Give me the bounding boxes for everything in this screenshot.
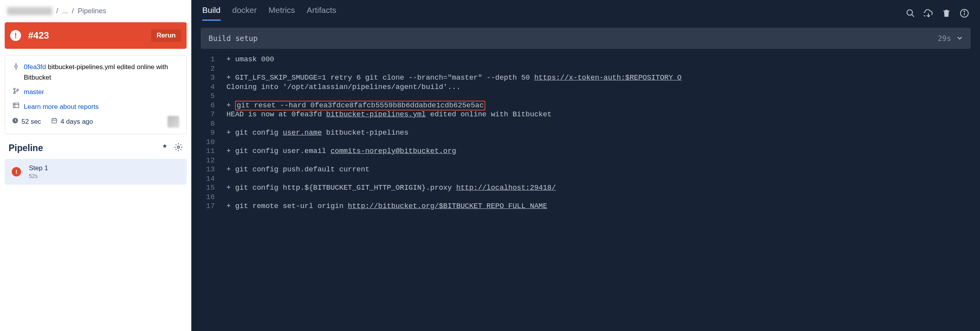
log-line: 10 bbox=[191, 138, 980, 147]
stage-name: Build setup bbox=[208, 34, 258, 43]
step-duration: 52s bbox=[29, 173, 48, 179]
log-line: 9+ git config user.name bitbucket-pipeli… bbox=[191, 128, 980, 138]
log-line: 1+ umask 000 bbox=[191, 55, 980, 64]
step-name: Step 1 bbox=[29, 164, 48, 172]
tab-artifacts[interactable]: Artifacts bbox=[306, 5, 336, 21]
branch-link[interactable]: master bbox=[24, 87, 44, 97]
log-tabs: BuilddockerMetricsArtifacts bbox=[202, 5, 336, 21]
log-line: 3+ GIT_LFS_SKIP_SMUDGE=1 retry 6 git clo… bbox=[191, 73, 980, 83]
breadcrumb-ellipsis[interactable]: ... bbox=[62, 7, 68, 15]
error-icon: ! bbox=[10, 30, 21, 41]
log-line: 12 bbox=[191, 156, 980, 166]
stage-header[interactable]: Build setup 29s bbox=[201, 28, 971, 49]
clock-icon bbox=[12, 116, 18, 127]
log-line: 7HEAD is now at 0fea3fd bitbucket-pipeli… bbox=[191, 110, 980, 119]
rerun-button[interactable]: Rerun bbox=[151, 29, 181, 42]
svg-point-3 bbox=[14, 88, 15, 90]
trash-icon[interactable] bbox=[942, 9, 951, 18]
breadcrumb: repo / ... / Pipelines bbox=[5, 3, 187, 22]
tab-build[interactable]: Build bbox=[202, 5, 221, 21]
when-text: 4 days ago bbox=[61, 116, 93, 127]
download-icon[interactable] bbox=[924, 9, 933, 18]
avatar[interactable] bbox=[167, 116, 179, 128]
notify-icon[interactable] bbox=[161, 143, 169, 153]
chevron-down-icon bbox=[957, 34, 963, 43]
branch-icon bbox=[12, 88, 20, 94]
gear-icon[interactable] bbox=[174, 143, 183, 153]
report-icon bbox=[12, 103, 20, 108]
info-icon[interactable] bbox=[960, 9, 969, 18]
step-error-icon: ! bbox=[12, 167, 21, 176]
log-line: 17+ git remote set-url origin http://bit… bbox=[191, 202, 980, 211]
log-line: 6+ git reset --hard 0fea3fdce8fafcb5559b… bbox=[191, 101, 980, 110]
log-line: 5 bbox=[191, 92, 980, 101]
run-number: #423 bbox=[28, 30, 151, 41]
run-banner: ! #423 Rerun bbox=[5, 22, 187, 49]
build-log: 1+ umask 00023+ GIT_LFS_SKIP_SMUDGE=1 re… bbox=[191, 53, 980, 219]
tab-metrics[interactable]: Metrics bbox=[269, 5, 295, 21]
log-line: 11+ git config user.email commits-norepl… bbox=[191, 147, 980, 156]
breadcrumb-current: Pipelines bbox=[78, 7, 106, 15]
log-line: 16 bbox=[191, 193, 980, 202]
pipeline-heading: Pipeline bbox=[9, 143, 155, 153]
svg-rect-6 bbox=[13, 103, 19, 108]
svg-point-15 bbox=[907, 10, 912, 15]
svg-line-16 bbox=[912, 14, 914, 17]
learn-reports-link[interactable]: Learn more about reports bbox=[24, 101, 99, 112]
log-line: 15+ git config http.${BITBUCKET_GIT_HTTP… bbox=[191, 183, 980, 193]
tab-docker[interactable]: docker bbox=[232, 5, 257, 21]
svg-point-14 bbox=[177, 146, 180, 148]
duration-text: 52 sec bbox=[21, 116, 41, 127]
log-line: 14 bbox=[191, 174, 980, 184]
stage-duration: 29s bbox=[938, 34, 951, 43]
commit-hash-link[interactable]: 0fea3fd bbox=[24, 63, 46, 71]
run-details-card: 0fea3fd bitbucket-pipelines.yml edited o… bbox=[5, 55, 187, 134]
breadcrumb-repo[interactable]: repo bbox=[7, 7, 52, 15]
svg-point-4 bbox=[14, 92, 15, 94]
svg-rect-10 bbox=[52, 119, 57, 123]
svg-point-0 bbox=[15, 65, 17, 68]
log-line: 2 bbox=[191, 64, 980, 74]
log-line: 8 bbox=[191, 119, 980, 129]
log-line: 13+ git config push.default current bbox=[191, 165, 980, 174]
log-line: 4Cloning into '/opt/atlassian/pipelines/… bbox=[191, 83, 980, 92]
commit-icon bbox=[12, 63, 20, 70]
svg-point-19 bbox=[964, 11, 965, 12]
calendar-icon bbox=[51, 116, 57, 127]
svg-point-5 bbox=[17, 89, 18, 91]
search-icon[interactable] bbox=[906, 9, 915, 18]
pipeline-step[interactable]: ! Step 1 52s bbox=[5, 159, 187, 185]
